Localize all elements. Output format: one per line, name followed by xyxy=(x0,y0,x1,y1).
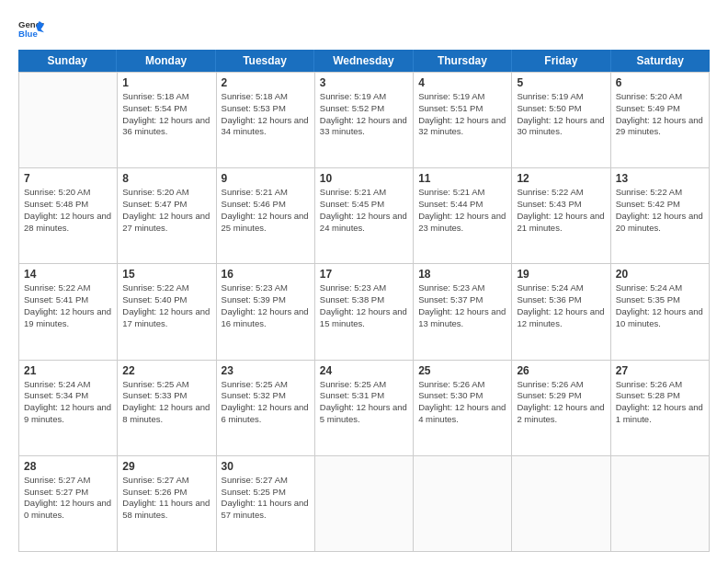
calendar-cell: 25Sunrise: 5:26 AM Sunset: 5:30 PM Dayli… xyxy=(414,361,512,455)
cell-info: Sunrise: 5:21 AM Sunset: 5:46 PM Dayligh… xyxy=(222,187,310,234)
logo-icon: General Blue xyxy=(18,15,44,40)
cell-info: Sunrise: 5:19 AM Sunset: 5:50 PM Dayligh… xyxy=(517,91,605,138)
day-number: 20 xyxy=(616,268,704,281)
day-number: 30 xyxy=(222,460,310,473)
day-number: 28 xyxy=(24,460,112,473)
calendar-cell: 16Sunrise: 5:23 AM Sunset: 5:39 PM Dayli… xyxy=(217,264,315,359)
calendar-cell: 7Sunrise: 5:20 AM Sunset: 5:48 PM Daylig… xyxy=(19,168,118,263)
calendar-cell: 3Sunrise: 5:19 AM Sunset: 5:52 PM Daylig… xyxy=(315,73,414,167)
calendar-week: 1Sunrise: 5:18 AM Sunset: 5:54 PM Daylig… xyxy=(19,73,710,168)
calendar-cell: 10Sunrise: 5:21 AM Sunset: 5:45 PM Dayli… xyxy=(315,168,414,263)
calendar-cell xyxy=(315,456,414,551)
calendar-cell: 13Sunrise: 5:22 AM Sunset: 5:42 PM Dayli… xyxy=(611,168,710,263)
calendar-cell: 4Sunrise: 5:19 AM Sunset: 5:51 PM Daylig… xyxy=(414,73,512,167)
cell-info: Sunrise: 5:25 AM Sunset: 5:31 PM Dayligh… xyxy=(320,379,408,426)
cell-info: Sunrise: 5:22 AM Sunset: 5:42 PM Dayligh… xyxy=(616,187,704,234)
day-number: 11 xyxy=(418,172,506,185)
day-number: 16 xyxy=(222,268,310,281)
calendar-cell xyxy=(414,456,512,551)
cell-info: Sunrise: 5:26 AM Sunset: 5:29 PM Dayligh… xyxy=(517,379,605,426)
day-number: 24 xyxy=(320,364,408,377)
day-number: 23 xyxy=(222,364,310,377)
calendar-week: 7Sunrise: 5:20 AM Sunset: 5:48 PM Daylig… xyxy=(19,168,710,264)
weekday-header: Saturday xyxy=(611,50,710,72)
day-number: 25 xyxy=(418,364,506,377)
logo: General Blue xyxy=(18,15,44,40)
calendar-cell: 29Sunrise: 5:27 AM Sunset: 5:26 PM Dayli… xyxy=(118,456,216,551)
cell-info: Sunrise: 5:27 AM Sunset: 5:26 PM Dayligh… xyxy=(122,475,210,522)
cell-info: Sunrise: 5:20 AM Sunset: 5:48 PM Dayligh… xyxy=(24,187,112,234)
day-number: 7 xyxy=(24,172,112,185)
page: General Blue SundayMondayTuesdayWednesda… xyxy=(0,0,728,563)
day-number: 12 xyxy=(517,172,605,185)
calendar-week: 21Sunrise: 5:24 AM Sunset: 5:34 PM Dayli… xyxy=(19,361,710,456)
cell-info: Sunrise: 5:24 AM Sunset: 5:34 PM Dayligh… xyxy=(24,379,112,426)
calendar-week: 14Sunrise: 5:22 AM Sunset: 5:41 PM Dayli… xyxy=(19,264,710,360)
calendar-cell: 5Sunrise: 5:19 AM Sunset: 5:50 PM Daylig… xyxy=(512,73,610,167)
calendar-cell xyxy=(512,456,610,551)
svg-text:Blue: Blue xyxy=(18,29,38,39)
cell-info: Sunrise: 5:22 AM Sunset: 5:43 PM Dayligh… xyxy=(517,187,605,234)
cell-info: Sunrise: 5:23 AM Sunset: 5:37 PM Dayligh… xyxy=(418,282,506,329)
day-number: 9 xyxy=(222,172,310,185)
calendar-cell: 1Sunrise: 5:18 AM Sunset: 5:54 PM Daylig… xyxy=(118,73,216,167)
weekday-header: Wednesday xyxy=(314,50,413,72)
day-number: 19 xyxy=(517,268,605,281)
calendar-cell: 28Sunrise: 5:27 AM Sunset: 5:27 PM Dayli… xyxy=(19,456,118,551)
calendar-cell: 21Sunrise: 5:24 AM Sunset: 5:34 PM Dayli… xyxy=(19,361,118,455)
day-number: 29 xyxy=(122,460,210,473)
cell-info: Sunrise: 5:20 AM Sunset: 5:47 PM Dayligh… xyxy=(122,187,210,234)
day-number: 8 xyxy=(122,172,210,185)
day-number: 18 xyxy=(418,268,506,281)
weekday-header: Thursday xyxy=(414,50,512,72)
day-number: 1 xyxy=(122,76,210,89)
cell-info: Sunrise: 5:18 AM Sunset: 5:54 PM Dayligh… xyxy=(122,91,210,138)
cell-info: Sunrise: 5:20 AM Sunset: 5:49 PM Dayligh… xyxy=(616,91,704,138)
day-number: 10 xyxy=(320,172,408,185)
calendar-cell: 6Sunrise: 5:20 AM Sunset: 5:49 PM Daylig… xyxy=(611,73,710,167)
calendar-week: 28Sunrise: 5:27 AM Sunset: 5:27 PM Dayli… xyxy=(19,456,710,552)
cell-info: Sunrise: 5:24 AM Sunset: 5:36 PM Dayligh… xyxy=(517,282,605,329)
day-number: 2 xyxy=(222,76,310,89)
cell-info: Sunrise: 5:27 AM Sunset: 5:25 PM Dayligh… xyxy=(222,475,310,522)
calendar-cell: 18Sunrise: 5:23 AM Sunset: 5:37 PM Dayli… xyxy=(414,264,512,359)
cell-info: Sunrise: 5:23 AM Sunset: 5:38 PM Dayligh… xyxy=(320,282,408,329)
cell-info: Sunrise: 5:27 AM Sunset: 5:27 PM Dayligh… xyxy=(24,475,112,522)
calendar-cell: 12Sunrise: 5:22 AM Sunset: 5:43 PM Dayli… xyxy=(512,168,610,263)
calendar-cell: 19Sunrise: 5:24 AM Sunset: 5:36 PM Dayli… xyxy=(512,264,610,359)
day-number: 27 xyxy=(616,364,704,377)
cell-info: Sunrise: 5:24 AM Sunset: 5:35 PM Dayligh… xyxy=(616,282,704,329)
cell-info: Sunrise: 5:25 AM Sunset: 5:33 PM Dayligh… xyxy=(122,379,210,426)
calendar: SundayMondayTuesdayWednesdayThursdayFrid… xyxy=(18,50,710,552)
calendar-cell: 11Sunrise: 5:21 AM Sunset: 5:44 PM Dayli… xyxy=(414,168,512,263)
calendar-cell: 22Sunrise: 5:25 AM Sunset: 5:33 PM Dayli… xyxy=(118,361,216,455)
calendar-header: SundayMondayTuesdayWednesdayThursdayFrid… xyxy=(18,50,710,72)
weekday-header: Tuesday xyxy=(216,50,314,72)
day-number: 26 xyxy=(517,364,605,377)
day-number: 22 xyxy=(122,364,210,377)
day-number: 13 xyxy=(616,172,704,185)
day-number: 4 xyxy=(418,76,506,89)
calendar-cell: 2Sunrise: 5:18 AM Sunset: 5:53 PM Daylig… xyxy=(217,73,315,167)
cell-info: Sunrise: 5:21 AM Sunset: 5:44 PM Dayligh… xyxy=(418,187,506,234)
calendar-cell: 23Sunrise: 5:25 AM Sunset: 5:32 PM Dayli… xyxy=(217,361,315,455)
calendar-cell: 30Sunrise: 5:27 AM Sunset: 5:25 PM Dayli… xyxy=(217,456,315,551)
day-number: 3 xyxy=(320,76,408,89)
calendar-cell: 26Sunrise: 5:26 AM Sunset: 5:29 PM Dayli… xyxy=(512,361,610,455)
cell-info: Sunrise: 5:26 AM Sunset: 5:28 PM Dayligh… xyxy=(616,379,704,426)
cell-info: Sunrise: 5:21 AM Sunset: 5:45 PM Dayligh… xyxy=(320,187,408,234)
calendar-cell xyxy=(611,456,710,551)
calendar-cell: 14Sunrise: 5:22 AM Sunset: 5:41 PM Dayli… xyxy=(19,264,118,359)
day-number: 5 xyxy=(517,76,605,89)
day-number: 15 xyxy=(122,268,210,281)
calendar-cell: 24Sunrise: 5:25 AM Sunset: 5:31 PM Dayli… xyxy=(315,361,414,455)
calendar-cell: 15Sunrise: 5:22 AM Sunset: 5:40 PM Dayli… xyxy=(118,264,216,359)
cell-info: Sunrise: 5:22 AM Sunset: 5:41 PM Dayligh… xyxy=(24,282,112,329)
cell-info: Sunrise: 5:22 AM Sunset: 5:40 PM Dayligh… xyxy=(122,282,210,329)
day-number: 14 xyxy=(24,268,112,281)
cell-info: Sunrise: 5:25 AM Sunset: 5:32 PM Dayligh… xyxy=(222,379,310,426)
weekday-header: Sunday xyxy=(18,50,117,72)
cell-info: Sunrise: 5:19 AM Sunset: 5:52 PM Dayligh… xyxy=(320,91,408,138)
calendar-cell: 8Sunrise: 5:20 AM Sunset: 5:47 PM Daylig… xyxy=(118,168,216,263)
calendar-cell: 9Sunrise: 5:21 AM Sunset: 5:46 PM Daylig… xyxy=(217,168,315,263)
